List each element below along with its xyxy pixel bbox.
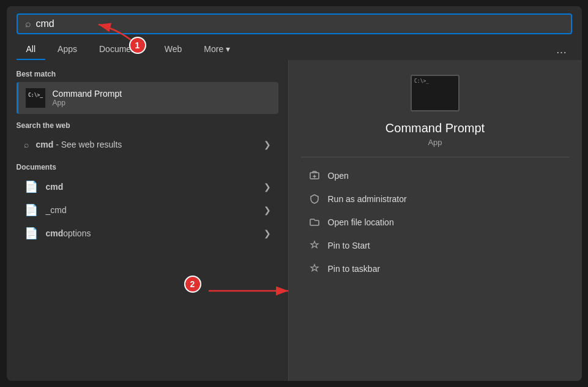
shield-icon	[308, 193, 321, 205]
action-run-admin-label: Run as administrator	[328, 194, 407, 204]
action-pin-start-label: Pin to Start	[328, 241, 370, 250]
app-preview-icon: C:\>_	[411, 75, 460, 111]
command-prompt-text: Command Prompt App	[53, 89, 122, 107]
action-pin-start[interactable]: Pin to Start	[301, 235, 570, 257]
pin-start-icon	[308, 239, 321, 252]
doc-item-cmdoptions[interactable]: 📄 cmdoptions ❯	[17, 222, 278, 245]
command-prompt-title: Command Prompt	[53, 89, 122, 99]
doc-chevron-icon-3: ❯	[264, 228, 271, 238]
doc-name-undercmd: _cmd	[46, 205, 256, 215]
main-content: Best match C:\>_ Command Prompt App	[7, 60, 582, 381]
tab-apps[interactable]: Apps	[48, 39, 87, 60]
left-panel: Best match C:\>_ Command Prompt App	[7, 60, 288, 381]
annotation-1: 1	[129, 37, 146, 54]
svg-text:C:\>_: C:\>_	[28, 92, 43, 98]
doc-name-cmdoptions: cmdoptions	[46, 228, 256, 238]
doc-chevron-icon: ❯	[264, 182, 271, 192]
action-list: Open Run as administrator	[301, 165, 570, 280]
open-icon	[308, 170, 321, 182]
action-file-location[interactable]: Open file location	[301, 211, 570, 233]
pin-taskbar-icon	[308, 263, 321, 275]
command-prompt-subtitle: App	[53, 99, 122, 107]
search-input[interactable]	[36, 18, 564, 29]
document-icon-3: 📄	[24, 227, 39, 240]
svg-rect-0	[26, 88, 45, 108]
command-prompt-icon: C:\>_	[26, 88, 45, 108]
documents-section: Documents 📄 cmd ❯ 📄 _cmd ❯ 📄 cmdoptions …	[17, 163, 278, 245]
action-open-label: Open	[328, 171, 349, 181]
web-search-item[interactable]: ⌕ cmd - See web results ❯	[17, 133, 278, 156]
folder-icon	[308, 216, 321, 228]
tab-all[interactable]: All	[17, 39, 46, 60]
action-file-location-label: Open file location	[328, 217, 394, 227]
web-search-label: Search the web	[17, 121, 278, 130]
divider	[301, 157, 570, 157]
app-type: App	[428, 138, 442, 147]
doc-item-cmd[interactable]: 📄 cmd ❯	[17, 175, 278, 198]
doc-name-cmd: cmd	[46, 182, 256, 192]
action-pin-taskbar-label: Pin to taskbar	[328, 264, 381, 274]
web-search-icon: ⌕	[24, 140, 29, 149]
doc-chevron-icon-2: ❯	[264, 205, 271, 215]
action-open[interactable]: Open	[301, 165, 570, 187]
tabs-ellipsis-button[interactable]: …	[551, 41, 572, 59]
annotation-2: 2	[184, 276, 201, 293]
search-bar[interactable]: ⌕	[17, 13, 572, 34]
tab-web[interactable]: Web	[155, 39, 192, 60]
action-run-admin[interactable]: Run as administrator	[301, 188, 570, 210]
action-pin-taskbar[interactable]: Pin to taskbar	[301, 258, 570, 280]
web-chevron-icon: ❯	[264, 140, 271, 149]
app-name: Command Prompt	[385, 121, 485, 135]
best-match-label: Best match	[17, 70, 278, 78]
best-match-section: Best match C:\>_ Command Prompt App	[17, 70, 278, 114]
command-prompt-result[interactable]: C:\>_ Command Prompt App	[17, 82, 278, 114]
right-panel: C:\>_ Command Prompt App Open	[288, 60, 582, 381]
documents-label: Documents	[17, 163, 278, 171]
tab-more[interactable]: More ▾	[194, 39, 240, 60]
web-search-query: cmd - See web results	[36, 140, 122, 149]
document-icon-2: 📄	[24, 203, 39, 217]
document-icon: 📄	[24, 180, 39, 194]
search-icon: ⌕	[25, 18, 31, 29]
doc-item-undercmd[interactable]: 📄 _cmd ❯	[17, 198, 278, 222]
tabs-bar: All Apps Documents Web More ▾ …	[7, 34, 582, 60]
web-search-section: Search the web ⌕ cmd - See web results ❯	[17, 121, 278, 156]
